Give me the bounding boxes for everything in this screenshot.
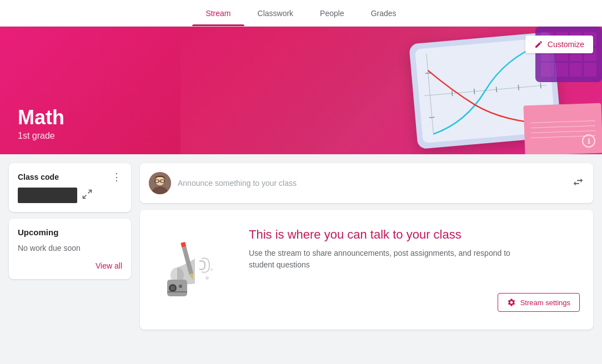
body-layout: Class code ⋮ ■■■■■■	[0, 154, 602, 338]
svg-line-4	[496, 87, 496, 92]
main-area: Announce something to your class	[140, 163, 593, 330]
key	[541, 63, 554, 77]
info-title: This is where you can talk to your class	[249, 228, 580, 242]
upcoming-card: Upcoming No work due soon View all	[9, 219, 131, 279]
svg-line-10	[83, 195, 87, 198]
key	[555, 63, 568, 77]
class-code-value-row: ■■■■■■	[18, 188, 122, 203]
key	[584, 63, 596, 77]
svg-line-3	[474, 89, 475, 94]
settings-icon	[507, 298, 516, 307]
transfer-icon[interactable]	[572, 176, 584, 191]
svg-point-26	[205, 276, 209, 280]
left-sidebar: Class code ⋮ ■■■■■■	[9, 163, 131, 279]
svg-line-8	[429, 117, 435, 118]
swap-icon	[572, 176, 584, 188]
main-content: Math 1st grade Customize ℹ Class code ⋮	[0, 27, 602, 338]
info-icon[interactable]: ℹ	[582, 134, 595, 148]
avatar	[149, 172, 171, 194]
svg-line-2	[452, 90, 453, 96]
svg-point-23	[170, 286, 175, 290]
class-code-value: ■■■■■■	[18, 188, 77, 203]
svg-line-9	[88, 190, 92, 193]
info-illustration	[153, 236, 231, 303]
svg-point-27	[210, 269, 213, 271]
tab-grades[interactable]: Grades	[358, 0, 410, 26]
avatar-svg	[149, 172, 171, 194]
info-card: This is where you can talk to your class…	[140, 210, 593, 330]
class-subtitle: 1st grade	[18, 131, 64, 141]
key	[570, 63, 583, 77]
nav-tabs: Stream Classwork People Grades	[192, 0, 409, 26]
class-code-card: Class code ⋮ ■■■■■■	[9, 163, 131, 212]
tab-stream[interactable]: Stream	[192, 0, 244, 26]
svg-point-24	[179, 285, 182, 288]
more-options-icon[interactable]: ⋮	[112, 172, 122, 182]
svg-line-6	[540, 83, 541, 88]
announce-bar[interactable]: Announce something to your class	[140, 163, 593, 203]
notebook-line	[531, 120, 595, 123]
expand-svg	[82, 189, 93, 200]
class-code-label: Class code	[18, 173, 59, 181]
svg-line-5	[518, 85, 519, 90]
announce-placeholder: Announce something to your class	[178, 179, 565, 188]
expand-icon[interactable]	[82, 189, 93, 203]
view-all-link[interactable]: View all	[18, 261, 122, 270]
svg-line-0	[427, 54, 434, 134]
stream-settings-button[interactable]: Stream settings	[498, 293, 580, 312]
notebook-line	[531, 130, 595, 133]
navigation-bar: Stream Classwork People Grades	[0, 0, 602, 27]
notebook-line	[531, 125, 595, 128]
info-text: This is where you can talk to your class…	[249, 228, 580, 312]
info-illustration-svg	[156, 236, 228, 303]
customize-button[interactable]: Customize	[525, 36, 593, 53]
tab-people[interactable]: People	[307, 0, 358, 26]
info-description: Use the stream to share announcements, p…	[249, 247, 515, 271]
btn-row: Stream settings	[249, 280, 580, 312]
pencil-icon	[534, 40, 543, 49]
upcoming-title: Upcoming	[18, 228, 122, 237]
tab-classwork[interactable]: Classwork	[244, 0, 307, 26]
class-banner: Math 1st grade Customize ℹ	[0, 27, 602, 154]
no-work-text: No work due soon	[18, 244, 122, 252]
class-code-header: Class code ⋮	[18, 172, 122, 182]
svg-point-28	[202, 271, 204, 274]
keyboard-illustration	[535, 27, 602, 82]
banner-text: Math 1st grade	[18, 107, 64, 141]
class-title: Math	[18, 107, 64, 129]
